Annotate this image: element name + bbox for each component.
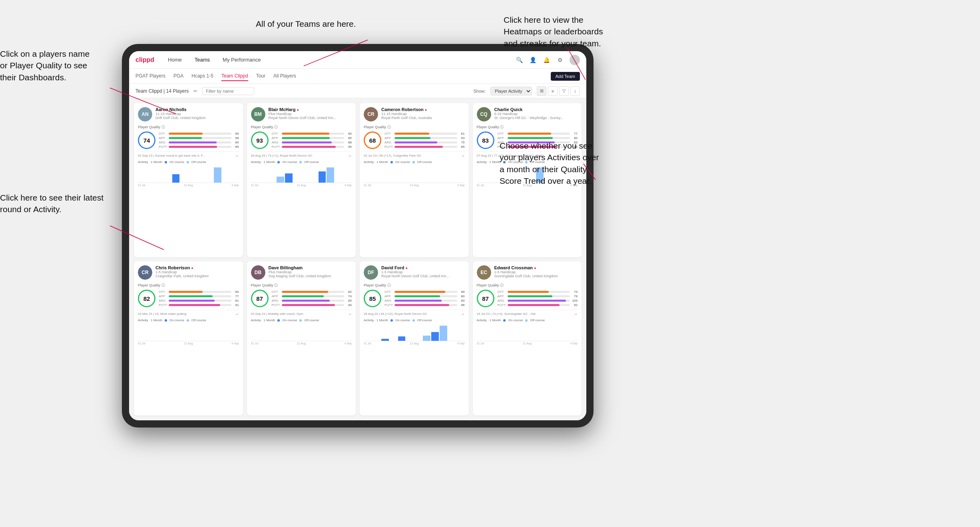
player-club: Sunningdale Golf Club, United Kingdom: [494, 274, 578, 278]
player-info: Cameron Robertson ● 11-15 Handicap Royal…: [381, 107, 465, 120]
player-avatar: CQ: [477, 107, 491, 121]
player-card[interactable]: BM Blair McHarg ● Plus Handicap Royal No…: [247, 103, 356, 257]
last-round-text: 26 Aug 23 | 73 (+1), Royal North Devon G…: [251, 154, 347, 157]
player-name[interactable]: Dave Billingham: [269, 265, 352, 270]
activity-label: Activity · 1 Month: [138, 160, 162, 164]
stat-bar-bg: [282, 300, 345, 302]
show-select[interactable]: Player Activity: [490, 87, 532, 95]
stat-row: ARG 85: [272, 299, 352, 302]
bell-icon[interactable]: 🔔: [542, 56, 550, 64]
player-name[interactable]: Charlie Quick: [494, 107, 578, 112]
quality-score[interactable]: 82: [138, 290, 155, 307]
nav-home[interactable]: Home: [165, 55, 184, 64]
player-card[interactable]: AN Aaron Nicholls 11-15 Handicap Drift G…: [134, 103, 243, 257]
avatar-initials: CR: [138, 265, 152, 280]
stat-row: OTT 89: [384, 290, 465, 294]
quality-score[interactable]: 83: [477, 131, 494, 149]
stat-value: 96: [458, 303, 465, 307]
on-course-label: On course: [282, 318, 297, 322]
subnav-all-players[interactable]: All Players: [273, 72, 296, 81]
stat-label: APP: [159, 294, 167, 298]
chart-label-1: 31 Jul: [138, 184, 145, 187]
quality-score[interactable]: 87: [477, 290, 494, 307]
last-round-arrow[interactable]: →: [348, 153, 352, 158]
quality-score[interactable]: 87: [251, 290, 269, 307]
mini-chart: [138, 323, 239, 341]
player-name[interactable]: Chris Robertson ●: [155, 265, 239, 270]
chart-bar: [327, 167, 334, 183]
subnav-pga[interactable]: PGA: [173, 72, 183, 81]
player-name[interactable]: Edward Crossman ●: [494, 265, 578, 270]
chart-label-2: 21 Aug: [184, 342, 193, 345]
quality-score[interactable]: 74: [138, 131, 155, 149]
settings-icon[interactable]: ⚙: [556, 56, 564, 64]
stat-label: ARG: [159, 299, 167, 302]
nav-logo[interactable]: clippd: [135, 56, 154, 64]
activity-header: Activity · 1 Month On course Off course: [364, 318, 465, 322]
chart-bars: [138, 323, 239, 341]
stat-bar-fill: [394, 146, 443, 148]
chart-labels: 31 Jul 21 Aug 4 Sep: [138, 184, 239, 187]
tablet-device: clippd Home Teams My Performance 🔍 👤 🔔 ⚙…: [122, 44, 594, 428]
last-round-arrow[interactable]: →: [574, 312, 578, 316]
subnav-tour[interactable]: Tour: [256, 72, 265, 81]
edit-icon[interactable]: ✏: [193, 88, 197, 94]
player-card[interactable]: CR Chris Robertson ● 1-5 Handicap Craigm…: [134, 261, 243, 416]
player-card[interactable]: EC Edward Crossman ● 1-5 Handicap Sunnin…: [473, 261, 582, 416]
player-club: Drift Golf Club, United Kingdom: [155, 116, 239, 120]
stat-bar-fill: [394, 304, 449, 306]
quality-label: Player Quality ⓘ: [138, 125, 239, 130]
nav-teams[interactable]: Teams: [192, 55, 212, 64]
stats-col: OTT 60 APP 77 ARG 81 PUTT 9: [159, 290, 239, 307]
stat-bar-bg: [394, 146, 457, 148]
stat-bar-bg: [282, 133, 345, 135]
off-course-dot: [525, 319, 528, 322]
quality-score[interactable]: 68: [364, 131, 381, 149]
last-round-arrow[interactable]: →: [348, 312, 352, 316]
chart-label-3: 4 Sep: [345, 342, 352, 345]
player-name[interactable]: Cameron Robertson ●: [381, 107, 465, 112]
last-round-arrow[interactable]: →: [461, 153, 465, 158]
search-icon[interactable]: 🔍: [515, 56, 523, 64]
subnav-hcaps[interactable]: Hcaps 1-5: [191, 72, 213, 81]
profile-icon[interactable]: 👤: [529, 56, 537, 64]
user-avatar[interactable]: [570, 55, 580, 65]
last-round-arrow[interactable]: →: [235, 312, 239, 316]
stat-bar-bg: [394, 304, 457, 306]
stat-label: APP: [498, 136, 506, 140]
stat-row: PUTT 94: [272, 303, 352, 307]
chart-bars: [364, 165, 465, 183]
stats-col: OTT 84 APP 85 ARG 88 PUTT 9: [272, 132, 352, 149]
chart-label-3: 4 Sep: [457, 184, 464, 187]
sort-button[interactable]: ↕: [570, 86, 580, 96]
player-card[interactable]: DF David Ford ● 1-5 Handicap Royal North…: [360, 261, 469, 416]
add-team-button[interactable]: Add Team: [551, 72, 580, 81]
quality-score[interactable]: 93: [251, 131, 269, 149]
player-search-input[interactable]: [202, 87, 254, 95]
stat-bar-fill: [282, 295, 324, 297]
last-round-arrow[interactable]: →: [461, 312, 465, 316]
grid-view-button[interactable]: ⊞: [537, 86, 546, 96]
stat-label: PUTT: [498, 303, 506, 307]
list-view-button[interactable]: ≡: [548, 86, 558, 96]
player-info: Aaron Nicholls 11-15 Handicap Drift Golf…: [155, 107, 239, 120]
chart-labels: 31 Jul 21 Aug 4 Sep: [364, 342, 465, 345]
stat-label: PUTT: [272, 303, 281, 307]
chart-label-1: 31 Jul: [251, 342, 259, 345]
stat-label: ARG: [272, 141, 281, 144]
quality-score[interactable]: 85: [364, 290, 381, 307]
filter-button[interactable]: ▽: [559, 86, 569, 96]
player-name[interactable]: David Ford ●: [381, 265, 465, 270]
player-card[interactable]: CR Cameron Robertson ● 11-15 Handicap Ro…: [360, 103, 469, 257]
subnav-pgat[interactable]: PGAT Players: [135, 72, 165, 81]
stat-bar-bg: [508, 300, 570, 302]
stat-value: 80: [458, 294, 465, 298]
player-name[interactable]: Aaron Nicholls: [155, 107, 239, 112]
annotation-player-name: Click on a players nameor Player Quality…: [0, 48, 90, 83]
subnav-team-clippd[interactable]: Team Clippd: [221, 72, 248, 81]
last-round-arrow[interactable]: →: [235, 153, 239, 158]
player-name[interactable]: Blair McHarg ●: [269, 107, 352, 112]
stat-bar-fill: [508, 295, 552, 297]
player-card[interactable]: DB Dave Billingham Plus Handicap Sog Mag…: [247, 261, 356, 416]
nav-my-performance[interactable]: My Performance: [220, 55, 263, 64]
